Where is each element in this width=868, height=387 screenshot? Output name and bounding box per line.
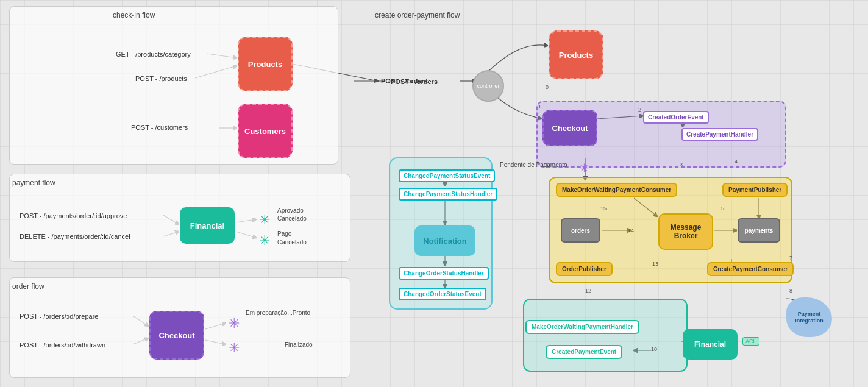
num-7: 7 (789, 255, 792, 261)
make-order-waiting-consumer-box[interactable]: MakeOrderWaitingPaymentConsumer (556, 183, 677, 197)
route-post-customers: POST - /customers (131, 124, 188, 131)
create-payment-handler-box[interactable]: CreatePaymentHandler (681, 128, 758, 141)
checkout-main-label: Checkout (552, 124, 588, 133)
num-15: 15 (600, 205, 607, 211)
orders-db-label: orders (571, 227, 590, 234)
changed-payment-status-event[interactable]: ChangedPaymentStatusEvent (399, 169, 495, 182)
status-finalizado: Finalizado (285, 341, 313, 348)
products-order-label: Products (559, 51, 593, 60)
checkout-node-order[interactable]: Checkout (149, 311, 204, 360)
financial-node-payment[interactable]: Financial (180, 207, 235, 244)
num-3: 3 (680, 162, 683, 168)
payment-publisher-box[interactable]: PaymentPublisher (722, 183, 788, 197)
make-order-waiting-handler-box[interactable]: MakeOrderWaitingPaymentHandler (525, 320, 639, 334)
financial-main-label: Financial (694, 340, 726, 349)
payments-db-label: payments (745, 227, 774, 234)
change-order-status-handler[interactable]: ChangeOrderStatusHandler (399, 267, 489, 280)
num-4: 4 (735, 158, 738, 165)
bottom-teal-region (523, 299, 688, 372)
orders-db: orders (561, 218, 600, 243)
products-node-checkin[interactable]: Products (238, 37, 293, 91)
notification-label: Notification (423, 236, 467, 246)
status-em-preparacao: Em preparação...Pronto (246, 310, 310, 316)
num-0-products: 0 (546, 84, 549, 90)
create-payment-consumer-box[interactable]: CreatePaymentConsumer (707, 262, 794, 276)
notification-node[interactable]: Notification (414, 225, 475, 256)
payment-integration-label: Payment Integration (795, 311, 824, 324)
num-2-created-order: 2 (638, 107, 641, 113)
create-order-flow-label: create order-payment flow (375, 11, 460, 20)
controller-label: controller (477, 83, 499, 89)
gear-icon-pendente: ✳ (579, 161, 589, 176)
checkout-order-label: Checkout (158, 331, 194, 340)
payment-integration-cloud: Payment Integration (786, 297, 832, 337)
num-1-checkout: 1 (538, 104, 541, 110)
gear-icon-order-2: ✳ (229, 340, 240, 356)
post-orders-arrow-label: →POST - /orders (384, 78, 438, 85)
message-broker-label: Message Broker (671, 223, 702, 241)
num-8: 8 (789, 288, 792, 294)
status-cancelado-2: Cancelado (277, 239, 307, 246)
route-post-orders-prepare: POST - /orders/:id/prepare (20, 313, 98, 320)
payments-db: payments (738, 218, 780, 243)
status-pago: Pago (277, 230, 291, 237)
num-5: 5 (721, 205, 724, 211)
customers-label: Customers (244, 127, 286, 136)
order-flow-label: order flow (12, 282, 44, 291)
num-10: 10 (651, 346, 657, 352)
changed-order-status-event[interactable]: ChangedOrderStatusEvent (399, 288, 486, 300)
checkout-main-node[interactable]: Checkout (542, 110, 597, 146)
payment-flow-label: payment flow (12, 179, 55, 187)
financial-payment-label: Financial (190, 221, 224, 230)
order-publisher-box[interactable]: OrderPublisher (556, 262, 613, 276)
num-0-payments: 0 (736, 227, 739, 233)
num-12: 12 (585, 288, 591, 294)
created-order-event-box[interactable]: CreatedOrderEvent (643, 111, 709, 124)
products-checkin-label: Products (248, 60, 282, 69)
gear-icon-order-1: ✳ (229, 316, 240, 332)
created-payment-event-box[interactable]: CreatedPaymentEvent (546, 345, 622, 359)
change-payment-status-handler[interactable]: ChangePaymentStatusHandler (399, 188, 497, 201)
message-broker-node[interactable]: Message Broker (658, 213, 713, 250)
num-14: 14 (628, 227, 634, 233)
products-node-order[interactable]: Products (549, 30, 603, 79)
status-cancelado-1: Cancelado (277, 215, 307, 222)
customers-node[interactable]: Customers (238, 104, 293, 158)
route-post-products: POST - /products (135, 75, 187, 82)
gear-icon-payment-1: ✳ (259, 212, 270, 228)
financial-main-node[interactable]: Financial (683, 329, 738, 360)
checkin-flow-label: check-in flow (113, 11, 155, 20)
num-13: 13 (652, 261, 658, 267)
pendente-pagamento-label: Pendente de Pagamento (500, 162, 567, 168)
status-aprovado: Aprovado (277, 207, 304, 214)
route-delete-payment-cancel: DELETE - /payments/order/:id/cancel (20, 233, 130, 240)
acl-badge: ACL (742, 337, 760, 346)
route-post-orders-withdrawn: POST - /orders/:id/withdrawn (20, 341, 105, 349)
canvas: check-in flow GET - /products/category P… (0, 0, 868, 387)
controller-node: controller (472, 70, 504, 102)
route-get-products-category: GET - /products/category (116, 51, 191, 58)
gear-icon-payment-2: ✳ (259, 233, 270, 249)
route-post-payment-approve: POST - /payments/order/:id/approve (20, 212, 127, 219)
